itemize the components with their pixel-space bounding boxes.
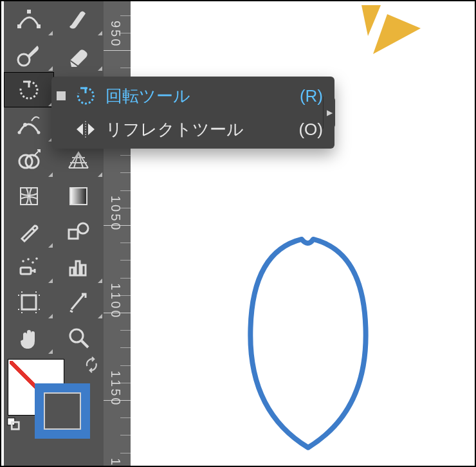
ruler-minor-tick <box>120 435 131 435</box>
vertical-ruler: 95010001050110011501200 <box>104 1 131 466</box>
svg-point-22 <box>27 258 30 261</box>
svg-point-24 <box>35 257 38 260</box>
svg-rect-25 <box>22 295 36 309</box>
canvas[interactable] <box>131 1 475 466</box>
slice-tool[interactable] <box>54 284 104 320</box>
shape-builder-tool[interactable] <box>4 143 54 178</box>
svg-point-6 <box>23 123 27 127</box>
svg-rect-18 <box>69 230 78 239</box>
flyout-indicator-icon <box>48 279 53 283</box>
flyout-indicator-icon <box>98 172 102 177</box>
svg-point-26 <box>70 329 83 342</box>
ruler-minor-tick <box>120 68 131 68</box>
ruler-label: 1100 <box>109 283 123 320</box>
svg-line-27 <box>82 341 88 347</box>
flyout-indicator-icon <box>48 31 53 35</box>
svg-rect-0 <box>17 24 21 28</box>
mesh-tool[interactable] <box>4 178 54 214</box>
ruler-minor-tick <box>120 278 131 279</box>
flyout-item-label: リフレクトツール <box>105 118 289 141</box>
stroke-swatch[interactable] <box>35 383 90 439</box>
column-graph-tool[interactable] <box>54 249 104 284</box>
blob-brush-tool[interactable] <box>4 37 54 72</box>
svg-rect-2 <box>27 10 31 14</box>
rotate-tool-flyout: ▶ 回転ツール(R)リフレクトツール(O) <box>51 77 334 149</box>
artboard-tool[interactable] <box>4 284 54 320</box>
ruler-minor-tick <box>120 190 131 191</box>
tearoff-arrow-icon[interactable]: ▶ <box>323 96 335 129</box>
paintbrush-tool[interactable] <box>54 1 104 37</box>
ruler-label: 1050 <box>109 196 123 232</box>
ruler-minor-tick <box>120 172 131 173</box>
ruler-label: 1200 <box>109 458 123 467</box>
toolbox <box>4 1 104 466</box>
ruler-minor-tick <box>120 383 131 383</box>
svg-rect-17 <box>70 188 87 205</box>
flyout-indicator-icon <box>48 172 53 177</box>
curvature-tool[interactable] <box>4 1 54 37</box>
svg-point-7 <box>17 131 21 134</box>
flyout-indicator-icon <box>98 66 102 71</box>
ruler-minor-tick <box>120 33 131 33</box>
ruler-minor-tick <box>120 243 131 243</box>
ruler-minor-tick <box>120 453 131 453</box>
ruler-minor-tick <box>120 155 131 156</box>
reflect-tool-icon <box>75 118 96 140</box>
svg-rect-1 <box>37 24 41 28</box>
ruler-minor-tick <box>120 260 131 261</box>
flyout-item-rotate-tool[interactable]: 回転ツール(R) <box>51 79 334 113</box>
swap-fill-stroke-icon[interactable] <box>84 356 101 373</box>
eraser-tool[interactable] <box>54 37 104 72</box>
ruler-label: 950 <box>109 21 123 48</box>
ruler-minor-tick <box>120 365 131 366</box>
ruler-minor-tick <box>120 208 131 208</box>
svg-point-23 <box>32 261 34 264</box>
flyout-item-reflect-tool[interactable]: リフレクトツール(O) <box>51 113 334 146</box>
flyout-indicator-icon <box>48 243 53 248</box>
svg-point-21 <box>22 260 24 262</box>
zoom-tool[interactable] <box>54 320 104 355</box>
eyedropper-tool[interactable] <box>4 214 54 249</box>
ruler-label: 1150 <box>109 371 123 407</box>
svg-point-3 <box>18 54 30 66</box>
flyout-indicator-icon <box>48 66 53 71</box>
default-fill-stroke-icon[interactable] <box>6 417 21 431</box>
ruler-minor-tick <box>120 417 131 418</box>
svg-rect-20 <box>21 268 31 274</box>
ruler-tick <box>104 50 131 51</box>
ruler-minor-tick <box>120 347 131 348</box>
fill-stroke-control[interactable] <box>4 355 104 432</box>
flyout-indicator-icon <box>48 349 53 354</box>
flyout-indicator-icon <box>98 31 102 35</box>
ruler-minor-tick <box>120 330 131 331</box>
flyout-item-shortcut: (R) <box>300 86 323 106</box>
symbol-sprayer-tool[interactable] <box>4 249 54 284</box>
gradient-tool[interactable] <box>54 178 104 214</box>
svg-point-19 <box>78 223 88 234</box>
width-tool[interactable] <box>4 107 54 143</box>
flyout-item-label: 回転ツール <box>105 85 291 107</box>
flyout-indicator-icon <box>98 314 102 318</box>
ruler-minor-tick <box>120 15 131 16</box>
hand-tool[interactable] <box>4 320 54 355</box>
flyout-indicator-icon <box>98 279 102 283</box>
rotate-tool[interactable] <box>4 72 54 107</box>
selected-indicator-icon <box>57 91 66 100</box>
ruler-minor-tick <box>120 295 131 296</box>
petal-shape <box>250 239 365 448</box>
svg-point-8 <box>37 131 40 134</box>
blend-tool[interactable] <box>54 214 104 249</box>
flyout-item-shortcut: (O) <box>298 120 323 140</box>
rotate-tool-icon <box>75 85 96 107</box>
flyout-indicator-icon <box>48 314 53 318</box>
